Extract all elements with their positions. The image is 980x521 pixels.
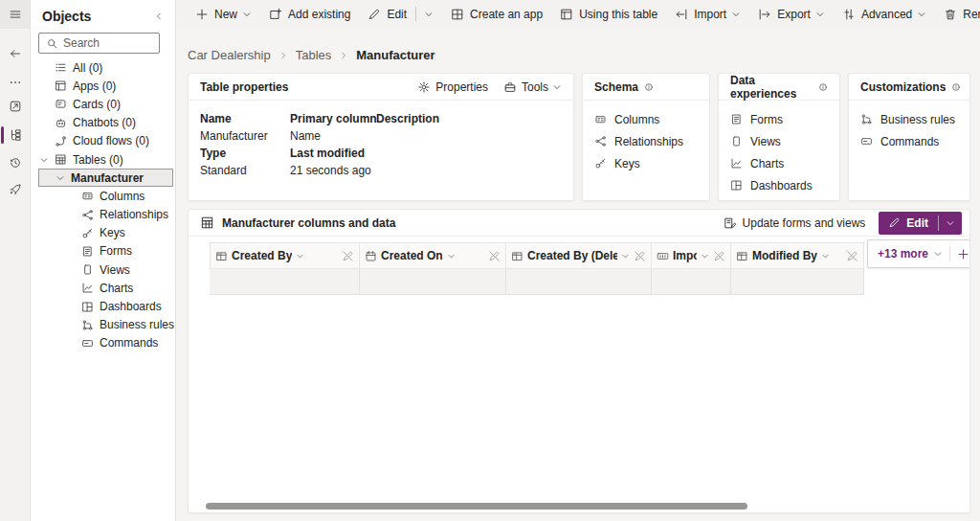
remove-button[interactable]: Remove: [935, 0, 980, 28]
sidebar-search-box[interactable]: [38, 33, 160, 54]
table-icon: [55, 153, 67, 166]
tree-item-relationships[interactable]: Relationships: [31, 206, 175, 224]
tree-item-tables[interactable]: Tables (0): [31, 150, 175, 169]
column-header-created-by-delegate[interactable]: Created By (Delegate): [506, 242, 652, 269]
back-button[interactable]: [0, 40, 30, 67]
column-header-created-by[interactable]: Created By: [210, 242, 360, 269]
rocket-rail-button[interactable]: [0, 176, 30, 203]
app-window-icon: [560, 8, 573, 21]
tree-item-apps[interactable]: Apps (0): [31, 77, 175, 95]
grid-cell[interactable]: [360, 269, 506, 294]
dx-views-link[interactable]: Views: [730, 130, 828, 152]
info-icon[interactable]: [644, 82, 654, 92]
tree-item-manufacturer-selected[interactable]: Manufacturer: [38, 169, 173, 187]
commands-icon: [860, 135, 873, 147]
chevron-right-icon: [339, 51, 348, 60]
dx-forms-link[interactable]: Forms: [730, 108, 828, 130]
customizations-commands-link[interactable]: Commands: [860, 130, 958, 152]
field-value: Manufacturer: [200, 127, 290, 145]
dx-dashboards-link[interactable]: Dashboards: [730, 174, 828, 196]
history-icon: [9, 156, 22, 170]
schema-keys-link[interactable]: Keys: [594, 152, 698, 174]
info-icon[interactable]: [951, 82, 961, 92]
lookup-icon: [215, 250, 228, 262]
grid-cell[interactable]: [652, 269, 731, 294]
edit-data-split-button[interactable]: Edit: [879, 212, 962, 235]
tree-item-chatbots[interactable]: Chatbots (0): [31, 114, 175, 132]
schema-card: Schema Columns Relationships Keys: [582, 73, 710, 201]
powerapps-table-designer: Objects All (0) Apps (0) Cards (0) Chatb…: [0, 0, 980, 521]
grid-cell[interactable]: [506, 269, 652, 294]
breadcrumb-car-dealership[interactable]: Car Dealership: [188, 48, 271, 62]
add-column-button[interactable]: [950, 248, 970, 260]
dx-charts-link[interactable]: Charts: [730, 152, 828, 174]
field-label: Last modified: [290, 145, 376, 162]
objects-sidebar: Objects All (0) Apps (0) Cards (0) Chatb…: [31, 0, 176, 521]
sidebar-title: Objects: [42, 9, 91, 24]
tree-item-columns[interactable]: Columns: [31, 187, 175, 205]
customizations-business-rules-link[interactable]: Business rules: [860, 108, 958, 130]
table-properties-fields: Name Primary column Description Manufact…: [189, 101, 573, 179]
info-icon[interactable]: [818, 82, 828, 92]
breadcrumb-tables[interactable]: Tables: [296, 48, 332, 62]
chevron-down-icon[interactable]: [56, 173, 65, 183]
create-an-app-button[interactable]: Create an app: [442, 0, 551, 28]
tree-item-keys[interactable]: Keys: [31, 224, 175, 242]
search-input[interactable]: [63, 36, 149, 50]
column-header-import-sequence[interactable]: Import Se...: [652, 242, 731, 269]
tools-button[interactable]: Tools: [503, 80, 562, 94]
edit-data-button[interactable]: Edit: [879, 216, 938, 230]
using-this-table-button[interactable]: Using this table: [551, 0, 666, 28]
chevron-down-icon[interactable]: [424, 10, 434, 19]
field-value: [376, 127, 562, 145]
schema-columns-link[interactable]: Columns: [594, 108, 698, 130]
table-properties-card: Table properties Properties Tools Name P…: [188, 73, 574, 201]
media-rail-button[interactable]: [0, 93, 30, 120]
tree-item-charts[interactable]: Charts: [31, 279, 175, 297]
data-experiences-card: Data experiences Forms Views Charts Dash…: [718, 73, 840, 201]
grid-cell[interactable]: [731, 269, 864, 294]
schema-relationships-link[interactable]: Relationships: [594, 130, 698, 152]
edit-dropdown-button[interactable]: [939, 218, 962, 228]
customizations-card: Customizations Business rules Commands: [848, 73, 970, 201]
tree-item-all[interactable]: All (0): [31, 58, 175, 77]
search-icon: [46, 37, 58, 50]
relationships-icon: [81, 209, 94, 221]
export-button[interactable]: Export: [749, 0, 834, 28]
tree-item-commands[interactable]: Commands: [31, 334, 175, 352]
tree-item-dashboards[interactable]: Dashboards: [31, 297, 175, 315]
chevron-down-icon[interactable]: [39, 155, 49, 165]
horizontal-scrollbar-thumb[interactable]: [206, 503, 747, 510]
grid-cell[interactable]: [210, 269, 360, 294]
trash-icon: [944, 8, 957, 21]
chevron-down-icon[interactable]: [933, 249, 943, 259]
collapse-sidebar-button[interactable]: [154, 11, 164, 21]
add-existing-button[interactable]: Add existing: [260, 0, 359, 28]
tree-view-rail-button[interactable]: [0, 122, 30, 148]
chevron-right-icon: [278, 51, 288, 60]
column-header-created-on[interactable]: Created On: [360, 242, 506, 269]
media-icon: [9, 100, 22, 113]
tree-item-cloud-flows[interactable]: Cloud flows (0): [31, 132, 175, 150]
new-button[interactable]: New: [187, 0, 260, 28]
hamburger-menu-button[interactable]: [0, 0, 30, 29]
advanced-button[interactable]: Advanced: [834, 0, 935, 28]
pencil-icon: [888, 216, 901, 229]
tree-item-views[interactable]: Views: [31, 260, 175, 279]
chevron-down-icon: [815, 10, 825, 19]
edit-button[interactable]: Edit: [359, 0, 442, 28]
update-forms-and-views-button[interactable]: Update forms and views: [724, 216, 866, 230]
key-icon: [594, 157, 607, 170]
more-options-button[interactable]: [0, 69, 30, 96]
import-button[interactable]: Import: [666, 0, 749, 28]
business-rules-icon: [860, 113, 873, 125]
column-header-modified-by[interactable]: Modified By: [731, 242, 864, 269]
history-rail-button[interactable]: [0, 149, 30, 176]
tree-item-cards[interactable]: Cards (0): [31, 95, 175, 113]
tree-item-business-rules[interactable]: Business rules: [31, 316, 175, 334]
chatbot-icon: [55, 117, 67, 129]
tree-item-forms[interactable]: Forms: [31, 242, 175, 260]
divider: [415, 7, 416, 21]
properties-button[interactable]: Properties: [417, 80, 488, 94]
more-columns-button[interactable]: +13 more: [868, 247, 933, 260]
